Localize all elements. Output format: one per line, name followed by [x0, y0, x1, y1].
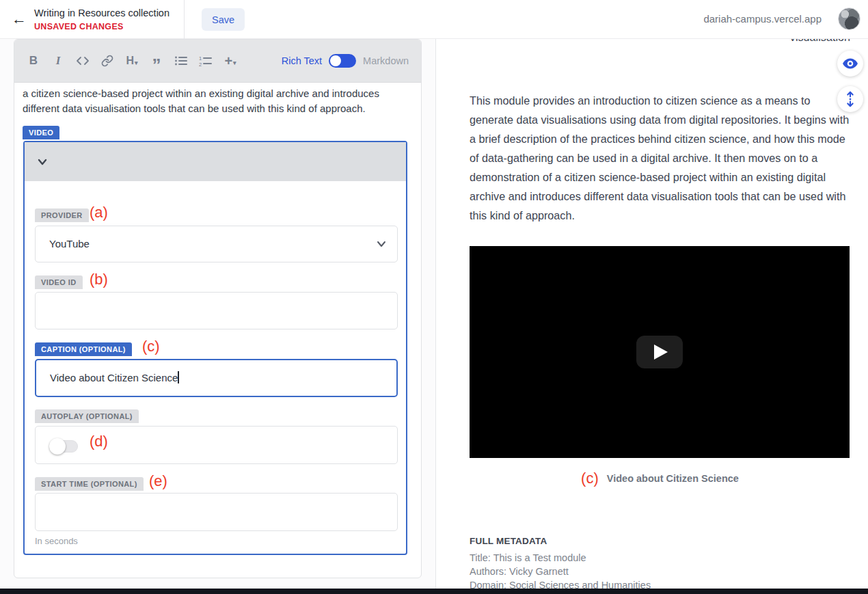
scroll-sync-icon	[843, 91, 858, 107]
clipped-word: visualisation	[470, 39, 850, 44]
video-id-input[interactable]	[35, 292, 398, 329]
preview-panel: visualisation This module provides an in…	[435, 39, 868, 594]
provider-select[interactable]: YouTube	[35, 226, 398, 262]
annotation-d: (d)	[90, 434, 108, 449]
editor-card: B I H▾ ” 12 +▾ Rich Text	[14, 39, 422, 578]
start-time-input[interactable]	[35, 493, 398, 531]
annotation-c-preview: (c)	[581, 470, 599, 487]
annotation-b: (b)	[90, 272, 108, 287]
bold-icon[interactable]: B	[21, 47, 46, 75]
preview-paragraph: This module provides an introduction to …	[470, 91, 850, 225]
annotation-e: (e)	[149, 474, 167, 489]
markdown-label[interactable]: Markdown	[363, 55, 409, 66]
caption-value: Video about Citizen Science	[50, 372, 178, 383]
heading-icon[interactable]: H▾	[120, 47, 144, 75]
preview-visibility-button[interactable]	[837, 51, 863, 77]
bottom-bar	[0, 589, 868, 594]
text-cursor	[178, 371, 179, 383]
save-button[interactable]: Save	[202, 8, 245, 31]
page-title: Writing in Resources collection	[34, 8, 169, 18]
full-metadata-heading: FULL METADATA	[470, 536, 547, 546]
svg-text:1: 1	[199, 55, 202, 62]
start-time-field-label: START TIME (OPTIONAL)	[35, 477, 144, 491]
annotation-a: (a)	[90, 205, 108, 220]
provider-field-label: PROVIDER	[35, 208, 89, 222]
autoplay-toggle-knob	[49, 438, 66, 455]
site-name: dariah-campus.vercel.app	[703, 13, 822, 25]
video-widget: PROVIDER (a) YouTube VIDEO ID (b) CAPTIO…	[23, 141, 407, 555]
rich-text-label[interactable]: Rich Text	[282, 55, 322, 66]
select-chevron-icon	[377, 241, 386, 247]
heading-caret-icon: ▾	[135, 59, 138, 66]
video-caption-row: (c) Video about Citizen Science	[470, 470, 850, 487]
richtext-markdown-toggle[interactable]	[329, 54, 356, 68]
code-icon[interactable]	[70, 47, 95, 75]
eye-icon	[842, 55, 858, 72]
plus-glyph: +	[224, 53, 232, 69]
start-time-hint: In seconds	[35, 536, 78, 546]
back-button[interactable]: ←	[10, 10, 29, 29]
add-caret-icon: ▾	[233, 59, 236, 66]
screen: ← Writing in Resources collection UNSAVE…	[0, 0, 868, 594]
svg-text:2: 2	[199, 62, 202, 67]
editor-paragraph[interactable]: a citizen science-based project within a…	[23, 86, 413, 116]
annotation-c: (c)	[142, 339, 160, 354]
back-arrow-icon: ←	[12, 10, 27, 27]
editor-panel: B I H▾ ” 12 +▾ Rich Text	[0, 39, 435, 594]
unsaved-changes-status: UNSAVED CHANGES	[34, 22, 124, 31]
caption-field-label: CAPTION (OPTIONAL)	[35, 342, 132, 356]
bulleted-list-icon[interactable]	[169, 47, 193, 75]
scroll-sync-button[interactable]	[837, 86, 863, 112]
blockquote-icon[interactable]: ”	[144, 47, 169, 75]
video-widget-collapse-header[interactable]	[25, 142, 406, 181]
header-title-section: ← Writing in Resources collection UNSAVE…	[0, 0, 185, 39]
clipped-preview-line: visualisation	[470, 39, 850, 44]
video-caption: Video about Citizen Science	[607, 473, 739, 484]
rich-text-toolbar: B I H▾ ” 12 +▾ Rich Text	[14, 40, 421, 83]
add-block-icon[interactable]: +▾	[218, 47, 243, 75]
autoplay-toggle[interactable]	[49, 440, 78, 453]
autoplay-field-label: AUTOPLAY (OPTIONAL)	[35, 409, 139, 423]
link-icon[interactable]	[95, 47, 120, 75]
italic-icon[interactable]: I	[46, 47, 70, 75]
video-id-field-label: VIDEO ID	[35, 275, 83, 289]
video-widget-badge: VIDEO	[23, 126, 59, 139]
play-icon	[654, 345, 668, 360]
chevron-down-icon	[36, 156, 49, 168]
heading-letter: H	[126, 55, 134, 67]
metadata-title-line: Title: This is a Test module	[470, 552, 586, 563]
play-button[interactable]	[636, 336, 683, 368]
mode-switch-group: Rich Text Markdown	[282, 54, 409, 68]
toggle-knob	[330, 55, 341, 66]
provider-value: YouTube	[49, 238, 90, 249]
metadata-authors-line: Authors: Vicky Garnett	[470, 566, 569, 577]
video-player	[470, 246, 850, 458]
avatar[interactable]	[838, 8, 860, 30]
app-header: ← Writing in Resources collection UNSAVE…	[0, 0, 868, 39]
caption-input[interactable]: Video about Citizen Science	[35, 359, 398, 397]
numbered-list-icon[interactable]: 12	[193, 47, 218, 75]
